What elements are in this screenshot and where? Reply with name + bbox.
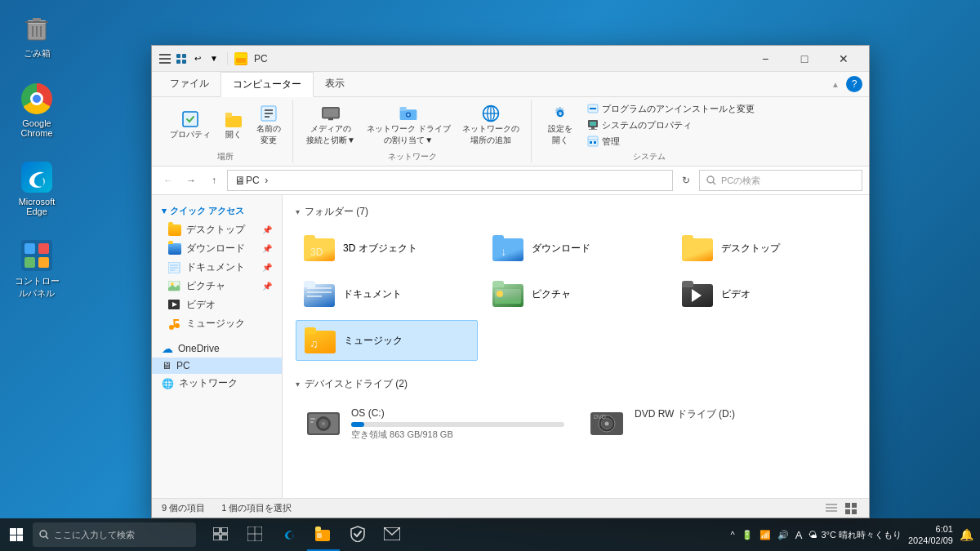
svg-rect-12 [38,257,49,268]
tab-view[interactable]: 表示 [314,72,356,96]
taskbar-edge[interactable] [273,518,305,551]
pictures-icon [168,281,181,292]
svg-rect-31 [328,118,333,120]
folders-grid: 3D 3D オブジェクト ↓ ダウンロード [296,229,856,361]
tile-view-button[interactable] [843,500,859,517]
start-button[interactable] [0,518,33,551]
notification-button[interactable]: 🔔 [960,528,973,541]
sidebar-item-onedrive[interactable]: ☁ OneDrive [152,340,282,358]
folder-videos[interactable]: ビデオ [674,274,856,313]
svg-rect-88 [213,535,220,540]
folders-section-header[interactable]: ▾ フォルダー (7) [296,205,856,219]
ime-indicator[interactable]: A [795,529,803,541]
uninstall-button[interactable]: プログラムのアンインストールと変更 [582,101,760,117]
taskbar-taskview[interactable] [204,518,237,551]
folder-downloads[interactable]: ↓ ダウンロード [484,229,666,268]
sidebar-item-pictures[interactable]: ピクチャ 📌 [152,277,282,295]
svg-rect-33 [400,107,407,111]
taskbar-search[interactable]: ここに入力して検索 [33,522,196,547]
taskbar-mail[interactable] [376,518,408,551]
open-button[interactable]: 開く [217,106,250,144]
detail-view-button[interactable] [823,500,840,517]
svg-point-69 [322,422,325,425]
status-bar: 9 個の項目 1 個の項目を選択 [152,498,869,518]
tab-computer[interactable]: コンピューター [220,72,314,97]
folder-documents[interactable]: ドキュメント [296,274,478,313]
svg-rect-14 [159,58,171,60]
device-c-drive[interactable]: OS (C:) 空き領域 863 GB/918 GB [296,401,572,447]
edge-desktop-icon[interactable]: Microsoft Edge [8,158,65,220]
quick-access-header[interactable]: ▾ クイック アクセス [152,202,282,220]
refresh-button[interactable]: ↻ [676,171,696,190]
widgets-icon [247,527,262,541]
svg-rect-11 [24,257,35,268]
folder-3d-icon: 3D [304,235,335,261]
c-drive-progress-track [351,422,564,427]
system-props-button[interactable]: システムのプロパティ [582,118,760,133]
svg-rect-94 [315,527,321,531]
svg-rect-80 [845,503,850,508]
minimize-button[interactable]: − [746,46,784,72]
search-box[interactable]: PCの検索 [699,170,862,191]
settings-button[interactable]: 設定を開く [540,100,581,149]
quick-access-btn1[interactable] [158,52,172,65]
ribbon-group-network: メディアの接続と切断▼ ネットワーク ド [295,100,532,162]
downloads-pin-icon: 📌 [262,244,272,253]
taskbar-weather[interactable]: 🌤 3°C 晴れ時々くもり [808,529,902,541]
folder-desktop-label: デスクトップ [721,242,780,256]
map-drive-label: ネットワーク ドライブの割り当て▼ [367,123,451,146]
tab-file[interactable]: ファイル [158,72,220,96]
taskbar-widgets[interactable] [238,518,271,551]
rename-button[interactable]: 名前の変更 [252,100,286,149]
sidebar-item-downloads[interactable]: ダウンロード 📌 [152,239,282,258]
address-input[interactable]: 🖥 PC › [227,170,673,191]
quick-access-down[interactable]: ▼ [207,52,220,65]
devices-label: デバイスとドライブ (2) [305,377,408,391]
weather-text: 3°C 晴れ時々くもり [821,529,902,541]
sidebar-item-videos[interactable]: ビデオ [152,295,282,314]
devices-section-header[interactable]: ▾ デバイスとドライブ (2) [296,377,856,391]
sidebar-item-pc[interactable]: 🖥 PC [152,358,282,374]
help-button[interactable]: ? [846,76,862,92]
chrome-icon [20,82,53,115]
ribbon: ファイル コンピューター 表示 ▲ ? [152,72,869,167]
close-button[interactable]: ✕ [825,46,862,72]
quick-access-undo[interactable]: ↩ [191,52,204,65]
up-button[interactable]: ↑ [204,171,224,190]
sidebar-item-music[interactable]: ミュージック [152,314,282,333]
edge-label: Microsoft Edge [11,197,62,216]
ribbon-collapse[interactable]: ▲ [825,80,846,89]
folder-desktop[interactable]: デスクトップ [674,229,856,268]
media-connect-button[interactable]: メディアの接続と切断▼ [301,100,360,149]
folder-music[interactable]: ♫ ミュージック [296,320,478,361]
trash-desktop-icon[interactable]: ごみ箱 [8,8,65,63]
sidebar-item-documents[interactable]: ドキュメント 📌 [152,258,282,277]
open-label: 開く [225,129,242,140]
svg-text:DVD: DVD [594,414,606,420]
forward-button[interactable]: → [181,171,201,190]
folder-3d-objects[interactable]: 3D 3D オブジェクト [296,229,478,268]
cp-desktop-icon[interactable]: コントロールパネル [8,236,65,303]
add-network-button[interactable]: ネットワークの場所の追加 [457,100,524,149]
chrome-desktop-icon[interactable]: Google Chrome [8,79,65,141]
taskbar-time[interactable]: 6:01 2024/02/09 [908,523,953,547]
manage-button[interactable]: 管理 [582,134,760,149]
system-tray-arrow[interactable]: ^ [731,530,735,540]
quick-access-btn2[interactable] [175,52,188,65]
taskbar-security[interactable] [341,518,374,551]
folder-pictures-label: ピクチャ [532,287,571,301]
sidebar-item-desktop[interactable]: デスクトップ 📌 [152,220,282,239]
map-drive-button[interactable]: ネットワーク ドライブの割り当て▼ [362,100,456,149]
taskbar-apps [204,518,408,551]
maximize-button[interactable]: □ [786,46,823,72]
system-col-buttons: プログラムのアンインストールと変更 システムのプロパティ 管理 [582,101,760,149]
back-button[interactable]: ← [158,171,178,190]
folder-pictures[interactable]: ピクチャ [484,274,666,313]
device-d-drive[interactable]: DVD DVD RW ドライブ (D:) [579,401,856,447]
desktop: ごみ箱 Google Chrome [0,0,980,551]
svg-rect-86 [213,527,220,533]
hdd-icon [304,407,343,440]
properties-button[interactable]: プロパティ [165,106,216,144]
sidebar-item-network[interactable]: 🌐 ネットワーク [152,374,282,393]
taskbar-explorer[interactable] [307,518,340,551]
